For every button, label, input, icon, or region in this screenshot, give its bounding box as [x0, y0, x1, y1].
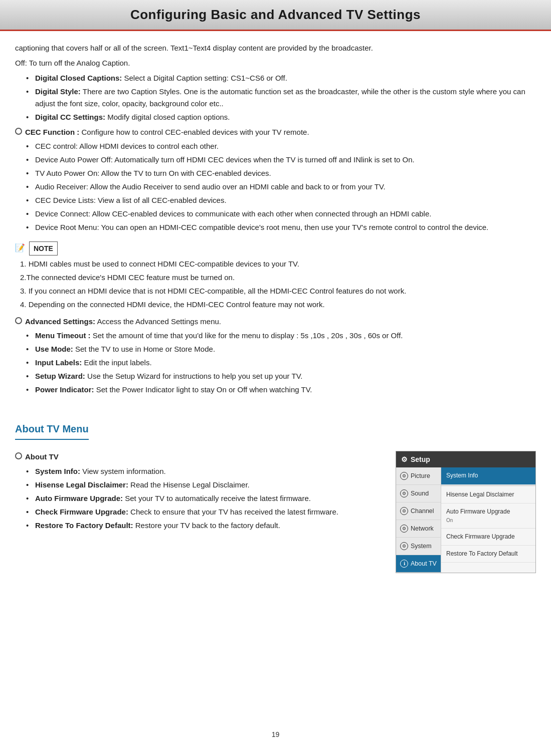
about-bullet-1: • Hisense Legal Disclaimer: Read the His…	[25, 479, 386, 491]
cec-bullet-3: • Audio Receiver: Allow the Audio Receiv…	[25, 181, 536, 193]
about-bullet-2: • Auto Firmware Upgrade: Set your TV to …	[25, 492, 386, 505]
about-item-4-text: Restore your TV back to the factory defa…	[135, 521, 280, 530]
gear-icon: ⚙	[401, 454, 408, 465]
tv-menu-header-label: Setup	[411, 454, 430, 465]
tv-menu-right-item-3-label: Check Firmware Upgrade	[446, 533, 515, 540]
page-title: Configuring Basic and Advanced TV Settin…	[10, 7, 541, 23]
intro-para-2: Off: To turn off the Analog Caption.	[15, 57, 536, 69]
tv-menu-right-item-1[interactable]: Hisense Legal Disclaimer	[441, 486, 535, 503]
sound-icon: ⚙	[400, 489, 408, 497]
advanced-item-3-text: Use the Setup Wizard for instructions to…	[87, 372, 302, 380]
cec-bullets-list: • CEC control: Allow HDMI devices to con…	[25, 140, 536, 233]
intro-para-1: captioning that covers half or all of th…	[15, 42, 536, 54]
digital-cc-label: Digital CC Settings:	[35, 113, 105, 121]
advanced-item-4-label: Power Indicator:	[35, 385, 94, 394]
channel-icon: ⚙	[400, 507, 408, 515]
advanced-bullets-list: • Menu Timeout : Set the amount of time …	[25, 330, 536, 396]
about-item-2-text: Set your TV to automatically receive the…	[125, 494, 311, 502]
tv-menu-right-item-2-sub: On	[446, 517, 530, 525]
tv-menu-item-picture-label: Picture	[411, 471, 430, 481]
advanced-bullet-2: • Input Labels: Edit the input labels.	[25, 357, 536, 369]
note-items-list: 1. HDMI cables must be used to connect H…	[20, 258, 536, 311]
tv-menu-item-sound-label: Sound	[411, 488, 429, 498]
note-icon: 📝	[15, 241, 25, 255]
digital-captions-text: Select a Digital Caption setting: CS1~CS…	[124, 74, 287, 82]
page-header: Configuring Basic and Advanced TV Settin…	[0, 0, 551, 31]
main-content: captioning that covers half or all of th…	[0, 31, 551, 588]
advanced-item-0-label: Menu Timeout :	[35, 331, 91, 340]
note-item-0: 1. HDMI cables must be used to connect H…	[20, 258, 536, 270]
advanced-item-4-text: Set the Power Indicator light to stay On…	[96, 385, 312, 394]
cec-bullet-2: • TV Auto Power On: Allow the TV to turn…	[25, 167, 536, 179]
tv-menu-right-item-2-label: Auto Firmware Upgrade	[446, 508, 510, 515]
note-section: 📝 NOTE 1. HDMI cables must be used to co…	[15, 237, 536, 311]
tv-menu-item-system-label: System	[411, 541, 432, 551]
about-bullet-0: • System Info: View system information.	[25, 465, 386, 477]
page-number: 19	[0, 723, 551, 746]
cec-function-section: CEC Function : Configure how to control …	[15, 126, 536, 138]
advanced-bullet-1: • Use Mode: Set the TV to use in Home or…	[25, 343, 536, 355]
cec-bullet-4: • CEC Device Lists: View a list of all C…	[25, 194, 536, 206]
about-item-4-label: Restore To Factory Default:	[35, 521, 133, 530]
advanced-text: Access the Advanced Settings menu.	[97, 317, 221, 326]
tv-menu-item-network[interactable]: ⚙ Network	[396, 520, 441, 538]
advanced-item-2-text: Edit the input labels.	[84, 358, 152, 367]
cec-function-text: Configure how to control CEC-enabled dev…	[82, 128, 309, 136]
cec-bullet-icon	[15, 128, 22, 135]
tv-menu-item-about-tv[interactable]: ℹ About TV	[396, 555, 441, 573]
about-item-3-text: Check to ensure that your TV has receive…	[130, 508, 338, 516]
cec-bullet-5: • Device Connect: Allow CEC-enabled devi…	[25, 208, 536, 220]
digital-cc-text: Modify digital closed caption options.	[107, 113, 230, 121]
note-box: NOTE	[29, 241, 58, 256]
about-tv-container: About TV • System Info: View system info…	[15, 451, 536, 573]
note-item-3: 4. Depending on the connected HDMI devic…	[20, 299, 536, 311]
cec-bullet-1: • Device Auto Power Off: Automatically t…	[25, 154, 536, 166]
tv-menu-right-item-4[interactable]: Restore To Factory Default	[441, 546, 535, 563]
about-bullet-3: • Check Firmware Upgrade: Check to ensur…	[25, 506, 386, 518]
note-label: NOTE	[34, 244, 53, 253]
tv-menu-right-item-1-label: Hisense Legal Disclaimer	[446, 491, 514, 498]
advanced-settings-section: Advanced Settings: Access the Advanced S…	[15, 316, 536, 328]
digital-style-text: There are two Caption Styles. One is the…	[35, 87, 525, 108]
about-tv-bullet-icon	[15, 452, 22, 459]
digital-cc-settings: • Digital CC Settings: Modify digital cl…	[25, 111, 536, 123]
about-section: About TV Menu	[15, 406, 536, 446]
note-header: 📝 NOTE	[15, 237, 536, 258]
about-item-0-text: View system information.	[82, 467, 165, 475]
about-tv-bullets-list: • System Info: View system information. …	[25, 465, 386, 532]
tv-menu-header: ⚙ Setup	[396, 451, 535, 467]
advanced-item-0-text: Set the amount of time that you'd like f…	[93, 331, 403, 340]
tv-menu-right-item-4-label: Restore To Factory Default	[446, 550, 518, 557]
tv-menu-item-sound[interactable]: ⚙ Sound	[396, 485, 441, 502]
about-tv-icon: ℹ	[400, 560, 408, 568]
tv-menu-item-system[interactable]: ⚙ System	[396, 538, 441, 555]
advanced-item-3-label: Setup Wizard:	[35, 372, 85, 380]
picture-icon: ⚙	[400, 472, 408, 480]
tv-menu-right-item-0-label: System Info	[446, 472, 478, 479]
tv-menu-right-item-0[interactable]: System Info	[441, 467, 535, 484]
tv-menu-item-network-label: Network	[411, 524, 434, 534]
cec-bullet-6: • Device Root Menu: You can open an HDMI…	[25, 221, 536, 233]
about-item-3-label: Check Firmware Upgrade:	[35, 508, 128, 516]
advanced-item-1-label: Use Mode:	[35, 345, 73, 353]
tv-menu-left-panel: ⚙ Picture ⚙ Sound ⚙ Channel ⚙ Network	[396, 467, 441, 573]
note-item-1: 2.The connected device's HDMI CEC featur…	[20, 272, 536, 284]
advanced-bullet-3: • Setup Wizard: Use the Setup Wizard for…	[25, 370, 536, 382]
tv-menu-right-item-3[interactable]: Check Firmware Upgrade	[441, 529, 535, 546]
advanced-label: Advanced Settings:	[25, 317, 95, 326]
digital-captions-label: Digital Closed Captions:	[35, 74, 122, 82]
tv-menu-item-about-label: About TV	[411, 559, 437, 569]
tv-menu-item-channel-label: Channel	[411, 506, 434, 516]
tv-menu-item-picture[interactable]: ⚙ Picture	[396, 467, 441, 485]
about-item-1-text: Read the Hisense Legal Disclaimer.	[130, 480, 250, 489]
digital-style: • Digital Style: There are two Caption S…	[25, 86, 536, 110]
system-icon: ⚙	[400, 542, 408, 550]
advanced-item-2-label: Input Labels:	[35, 358, 82, 367]
tv-menu-right-item-2[interactable]: Auto Firmware Upgrade On	[441, 503, 535, 529]
tv-menu-ui: ⚙ Setup ⚙ Picture ⚙ Sound ⚙ Chann	[396, 451, 536, 573]
network-icon: ⚙	[400, 525, 408, 533]
note-item-2: 3. If you connect an HDMI device that is…	[20, 285, 536, 297]
digital-closed-captions: • Digital Closed Captions: Select a Digi…	[25, 72, 536, 84]
about-tv-heading-row: About TV	[15, 451, 386, 463]
tv-menu-item-channel[interactable]: ⚙ Channel	[396, 502, 441, 520]
